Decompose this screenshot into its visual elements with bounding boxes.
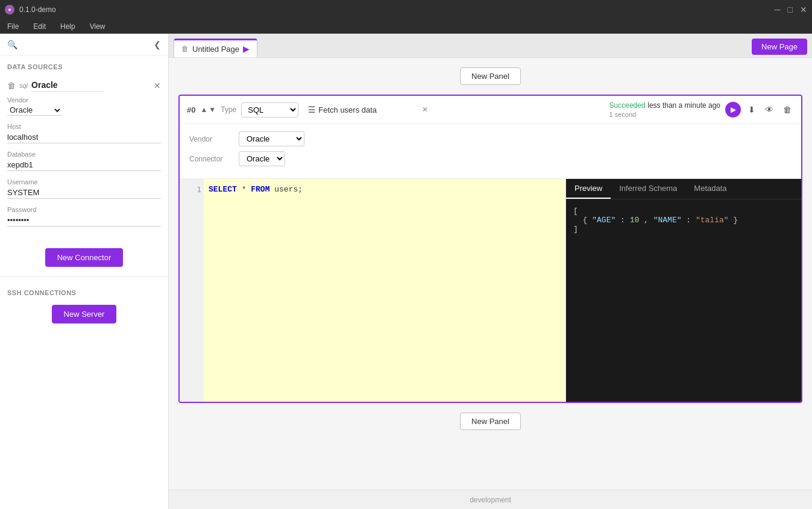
panel-status: Succeeded less than a minute ago 1 secon… [609, 101, 720, 119]
status-succeeded-text: Succeeded [609, 101, 646, 110]
connector-name-input[interactable] [31, 79, 104, 92]
username-field: Username [7, 178, 161, 199]
page-content: New Panel #0 ▲ ▼ Type SQL JavaScript [169, 58, 812, 490]
sql-star: * [242, 185, 251, 194]
titlebar: ● 0.1.0-demo ─ □ ✕ [0, 0, 812, 19]
json-name-key: "NAME" [653, 216, 682, 225]
search-icon[interactable]: 🔍 [7, 40, 17, 49]
panel-delete-button[interactable]: 🗑 [781, 104, 794, 116]
ssh-connections-section: SSH CONNECTIONS New Server [0, 276, 168, 328]
panel-toolbar: #0 ▲ ▼ Type SQL JavaScript ☰ ✕ [180, 96, 801, 124]
host-label: Host [7, 123, 161, 130]
close-connector-icon[interactable]: ✕ [154, 81, 161, 90]
status-time-text: less than a minute ago [647, 101, 720, 110]
database-label: Database [7, 151, 161, 158]
menu-edit[interactable]: Edit [31, 21, 48, 32]
database-input[interactable] [7, 159, 161, 171]
sidebar-header: 🔍 ❮ [0, 34, 168, 56]
host-input[interactable] [7, 131, 161, 143]
new-server-button[interactable]: New Server [52, 305, 117, 323]
json-close-brace: } [733, 216, 738, 225]
panel-name-area: ☰ ✕ [308, 105, 428, 114]
code-editor: 1 SELECT * FROM users; [180, 179, 566, 402]
panel-name-icon: ☰ [308, 105, 316, 114]
tabs-bar: 🗑 Untitled Page ▶ New Page [169, 34, 812, 58]
active-tab[interactable]: 🗑 Untitled Page ▶ [174, 39, 257, 57]
tab-delete-icon[interactable]: 🗑 [181, 45, 189, 53]
panel-action-buttons: ▶ ⬇ 👁 🗑 [725, 102, 794, 117]
panel-hide-button[interactable]: 👁 [763, 104, 776, 116]
config-vendor-select[interactable]: Oracle PostgreSQL [239, 131, 304, 146]
status-seconds-text: 1 second [609, 111, 637, 118]
tab-metadata[interactable]: Metadata [685, 179, 735, 199]
vendor-label: Vendor [7, 96, 161, 104]
menu-view[interactable]: View [87, 21, 108, 32]
vendor-select[interactable]: Oracle PostgreSQL MySQL [7, 105, 62, 116]
json-colon-2: : [686, 216, 696, 225]
database-field: Database [7, 151, 161, 171]
type-label: Type [221, 105, 236, 114]
connector-config-row: Connector Oracle [189, 151, 792, 166]
delete-connector-icon[interactable]: 🗑 [7, 81, 16, 90]
json-name-value: "talia" [696, 216, 729, 225]
preview-tabs: Preview Inferred Schema Metadata [566, 179, 801, 199]
close-button[interactable]: ✕ [800, 5, 807, 14]
environment-text: development [470, 496, 511, 504]
config-connector-select[interactable]: Oracle [239, 151, 285, 166]
username-input[interactable] [7, 187, 161, 199]
menu-file[interactable]: File [5, 21, 21, 32]
code-content[interactable]: SELECT * FROM users; [204, 179, 565, 402]
tab-preview[interactable]: Preview [566, 179, 611, 199]
host-field: Host [7, 123, 161, 143]
panel-config: Vendor Oracle PostgreSQL Connector Oracl… [180, 124, 801, 179]
sql-from-keyword: FROM [251, 185, 269, 194]
password-field: Password [7, 206, 161, 226]
connector-type-row: 🗑 sql ✕ [7, 79, 161, 92]
panel-run-button[interactable]: ▶ [725, 102, 741, 117]
json-open-brace: { [583, 216, 588, 225]
status-bar: development [169, 490, 812, 509]
config-vendor-label: Vendor [189, 135, 231, 143]
password-input[interactable] [7, 214, 161, 226]
line-numbers: 1 [180, 179, 204, 402]
panel-down-arrow[interactable]: ▼ [209, 105, 216, 114]
json-close-bracket: ] [573, 225, 578, 234]
panel-download-button[interactable]: ⬇ [746, 104, 758, 116]
sidebar: 🔍 ❮ DATA SOURCES 🗑 sql ✕ Vendor Oracle P… [0, 34, 169, 509]
username-label: Username [7, 178, 161, 186]
json-age-key: "AGE" [592, 216, 615, 225]
query-panel: #0 ▲ ▼ Type SQL JavaScript ☰ ✕ [178, 95, 802, 403]
app-icon: ● [5, 5, 14, 14]
vendor-config-row: Vendor Oracle PostgreSQL [189, 131, 792, 146]
main-layout: 🔍 ❮ DATA SOURCES 🗑 sql ✕ Vendor Oracle P… [0, 34, 812, 509]
panel-editor: 1 SELECT * FROM users; Preview [180, 179, 801, 402]
type-select[interactable]: SQL JavaScript [241, 102, 298, 117]
tab-play-icon[interactable]: ▶ [243, 44, 250, 54]
app-title: 0.1.0-demo [19, 5, 56, 14]
menu-help[interactable]: Help [58, 21, 78, 32]
collapse-sidebar-button[interactable]: ❮ [154, 40, 161, 49]
panel-up-arrow[interactable]: ▲ [200, 105, 207, 114]
content-area: 🗑 Untitled Page ▶ New Page New Panel #0 … [169, 34, 812, 509]
tab-title: Untitled Page [192, 45, 239, 54]
data-sources-section-title: DATA SOURCES [0, 56, 168, 74]
connector-type-badge: sql [19, 82, 28, 89]
window-controls[interactable]: ─ □ ✕ [775, 5, 807, 14]
tab-inferred-schema[interactable]: Inferred Schema [611, 179, 685, 199]
panel-name-clear-icon[interactable]: ✕ [422, 105, 428, 114]
preview-panel: Preview Inferred Schema Metadata [ { "AG… [566, 179, 801, 402]
new-panel-bottom-button[interactable]: New Panel [460, 413, 521, 430]
panel-name-input[interactable] [318, 105, 420, 114]
menubar: File Edit Help View [0, 19, 812, 34]
sql-select-keyword: SELECT [209, 185, 237, 194]
password-label: Password [7, 206, 161, 213]
new-page-button[interactable]: New Page [752, 39, 807, 55]
json-age-value: 10 [630, 216, 640, 225]
new-connector-button[interactable]: New Connector [45, 248, 124, 267]
maximize-button[interactable]: □ [788, 5, 793, 14]
minimize-button[interactable]: ─ [775, 5, 781, 14]
connector-form: 🗑 sql ✕ Vendor Oracle PostgreSQL MySQL H… [0, 74, 168, 239]
new-panel-top-button[interactable]: New Panel [460, 67, 521, 85]
config-connector-label: Connector [189, 155, 231, 163]
preview-content: [ { "AGE" : 10 , "NAME" : "talia" } ] [566, 199, 801, 402]
